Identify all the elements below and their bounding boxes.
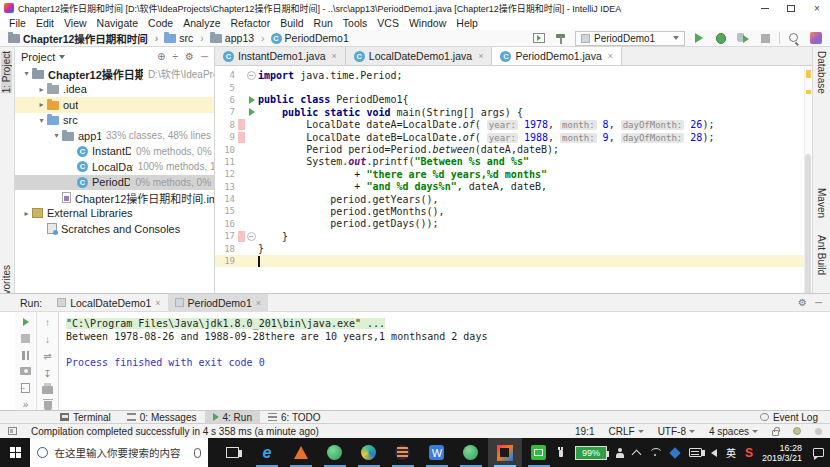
close-tab-icon[interactable]: ×: [332, 51, 337, 61]
menu-item[interactable]: Tools: [338, 17, 373, 29]
stop-process-button[interactable]: [19, 333, 32, 343]
taskbar-app-task-view[interactable]: [216, 438, 250, 467]
project-panel-title[interactable]: Project: [21, 51, 55, 63]
scroll-to-end-icon[interactable]: ↧: [41, 368, 54, 379]
menu-item[interactable]: File: [4, 17, 31, 29]
inspections-hector-icon[interactable]: [793, 427, 801, 435]
menu-item[interactable]: View: [59, 17, 92, 29]
chevron-expanded-icon[interactable]: ▾: [21, 69, 32, 78]
menu-item[interactable]: Navigate: [92, 17, 143, 29]
tree-row[interactable]: LocalDateDemo1100% methods, 100% lines c…: [15, 159, 214, 175]
close-tab-icon[interactable]: ×: [608, 51, 613, 61]
editor-tab[interactable]: LocalDateDemo1.java×: [346, 47, 493, 65]
run-line-icon[interactable]: [249, 96, 255, 104]
code-line[interactable]: 14 period.getYears(),: [215, 193, 804, 205]
hide-panel-icon[interactable]: ─: [815, 297, 822, 308]
chevron-expanded-icon[interactable]: ▾: [36, 116, 47, 125]
toolwindow-tab-database[interactable]: Database: [816, 51, 827, 94]
tree-row[interactable]: ▾Chapter12操作日期和时间D:\软件\IdeaProjects: [15, 66, 214, 82]
touch-keyboard-icon[interactable]: [689, 448, 702, 457]
indent-select[interactable]: 4 spaces: [709, 426, 758, 437]
close-tab-icon[interactable]: ×: [256, 298, 261, 308]
close-tab-icon[interactable]: ×: [155, 298, 160, 308]
toolwindow-button-run[interactable]: 4: Run: [205, 411, 260, 424]
print-icon[interactable]: [41, 385, 54, 395]
menu-item[interactable]: Run: [309, 17, 338, 29]
up-stack-trace-icon[interactable]: ↑: [41, 317, 54, 328]
action-center-icon[interactable]: [813, 448, 824, 457]
taskbar-app-intellij-idea[interactable]: [488, 438, 522, 467]
editor-scrollbar[interactable]: [804, 66, 812, 293]
battery-indicator[interactable]: 99%: [575, 446, 607, 460]
run-console-output[interactable]: "C:\Program Files\Java\jdk1.8.0_201\bin\…: [66, 312, 830, 410]
caret-position[interactable]: 19:1: [575, 426, 594, 437]
menu-item[interactable]: Window: [404, 17, 451, 29]
toolwindow-button-todo[interactable]: 6: TODO: [260, 411, 329, 424]
pause-output-button[interactable]: [19, 350, 32, 360]
taskbar-search[interactable]: 在这里输入你要搜索的内容: [30, 438, 207, 467]
down-stack-trace-icon[interactable]: ↓: [41, 334, 54, 345]
maximize-button[interactable]: [778, 1, 804, 16]
debug-button[interactable]: [713, 31, 729, 45]
run-tab[interactable]: PeriodDemo1×: [168, 294, 268, 312]
updates-icon[interactable]: [808, 31, 824, 45]
more-actions-icon[interactable]: »: [19, 399, 32, 410]
chevron-collapsed-icon[interactable]: ▸: [21, 209, 32, 218]
microphone-icon[interactable]: [194, 448, 201, 458]
hidden-icons-chevron[interactable]: [631, 449, 641, 459]
breadcrumb-item[interactable]: app13: [208, 32, 267, 44]
code-line[interactable]: 19: [215, 255, 804, 267]
tree-row[interactable]: ▸out: [15, 97, 214, 113]
collapse-all-icon[interactable]: ÷: [172, 51, 178, 62]
taskbar-app-green-app-2[interactable]: [454, 438, 488, 467]
tree-row[interactable]: ▾src: [15, 113, 214, 129]
stop-button[interactable]: [757, 31, 773, 45]
taskbar-app-wps-office[interactable]: W: [420, 438, 454, 467]
toolwindow-tab-maven[interactable]: Maven: [816, 188, 827, 218]
settings-gear-icon[interactable]: ⚙: [185, 51, 194, 62]
menu-item[interactable]: Edit: [31, 17, 59, 29]
exit-icon[interactable]: [19, 383, 32, 393]
tree-row[interactable]: ▸External Libraries: [15, 206, 214, 222]
run-tab[interactable]: LocalDateDemo1×: [50, 294, 167, 312]
menu-item[interactable]: Help: [451, 17, 483, 29]
settings-gear-icon[interactable]: ⚙: [798, 297, 807, 308]
taskbar-app-green-box-app[interactable]: [522, 438, 556, 467]
toolwindow-tab-ant-build[interactable]: Ant Build: [816, 235, 827, 275]
warning-stripe-mark[interactable]: [806, 70, 811, 78]
taskbar-app-pycharm[interactable]: [352, 438, 386, 467]
readonly-lock-icon[interactable]: [772, 430, 779, 436]
taskbar-app-eclipse[interactable]: [386, 438, 420, 467]
show-run-window-icon[interactable]: [531, 31, 547, 45]
breadcrumb-item[interactable]: PeriodDemo1: [269, 32, 351, 44]
tree-row[interactable]: ▸.idea: [15, 82, 214, 98]
code-line[interactable]: 18}: [215, 242, 804, 254]
code-line[interactable]: 8 LocalDate dateA=LocalDate.of( year: 19…: [215, 119, 804, 131]
code-line[interactable]: 15 period.getMonths(),: [215, 205, 804, 217]
editor-tab[interactable]: PeriodDemo1.java×: [492, 47, 622, 65]
chevron-expanded-icon[interactable]: ▾: [51, 131, 62, 140]
tree-row[interactable]: ▾app1333% classes, 48% lines covered: [15, 128, 214, 144]
fold-marker-icon[interactable]: −: [247, 232, 256, 241]
run-with-coverage-button[interactable]: [735, 31, 751, 45]
run-line-icon[interactable]: [249, 108, 255, 116]
line-ending-select[interactable]: CRLF: [609, 426, 644, 437]
code-line[interactable]: 10 Period period=Period.between(dateA,da…: [215, 143, 804, 155]
clear-console-icon[interactable]: [41, 401, 54, 411]
soft-wrap-icon[interactable]: ⇌: [41, 351, 54, 362]
toolwindow-tab-project[interactable]: 1: Project: [1, 51, 12, 93]
taskbar-app-edge-browser[interactable]: e: [250, 438, 284, 467]
fold-marker-icon[interactable]: −: [247, 71, 256, 80]
hide-panel-icon[interactable]: ─: [201, 51, 208, 62]
menu-item[interactable]: Analyze: [178, 17, 225, 29]
taskbar-app-green-app[interactable]: [318, 438, 352, 467]
code-line[interactable]: 13 + "and %d days%n", dateA, dateB,: [215, 181, 804, 193]
code-line[interactable]: 6public class PeriodDemo1{: [215, 94, 804, 106]
toolwindow-button-terminal[interactable]: Terminal: [52, 411, 119, 424]
contact-person-icon[interactable]: [616, 448, 624, 458]
code-line[interactable]: 4−import java.time.Period;: [215, 69, 804, 81]
code-line[interactable]: 17− }: [215, 230, 804, 242]
code-line[interactable]: 9 LocalDate dateB=LocalDate.of( year: 19…: [215, 131, 804, 143]
close-button[interactable]: ×: [804, 1, 830, 16]
warning-stripe-mark[interactable]: [806, 90, 811, 94]
